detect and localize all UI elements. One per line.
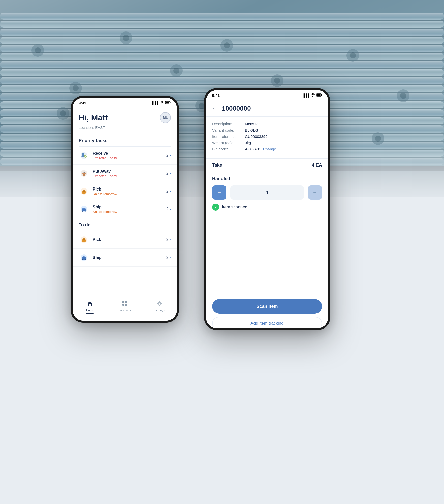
quantity-decrease-button[interactable]: −: [212, 185, 226, 200]
location-text: Location: EAST: [79, 125, 171, 130]
weight-label: Weight (ea):: [212, 141, 245, 145]
status-icons-left: ▐▐▐: [151, 101, 171, 105]
ship-todo-count: 2 ›: [166, 255, 171, 260]
ship-todo-info: Ship: [93, 255, 166, 260]
weight-value: 3kg: [245, 141, 251, 145]
ship-count: 2 ›: [166, 207, 171, 211]
svg-point-47: [224, 42, 230, 48]
svg-point-59: [199, 103, 205, 109]
quantity-increase-button[interactable]: +: [308, 185, 322, 200]
svg-rect-68: [166, 102, 169, 104]
item-details: Description: Mens tee Variant code: BLK/…: [206, 117, 328, 158]
bin-change-link[interactable]: Change: [263, 147, 276, 151]
signal-icon: ▐▐▐: [151, 101, 158, 105]
nav-home-label: Home: [86, 309, 93, 312]
svg-point-70: [82, 153, 84, 155]
svg-point-84: [85, 211, 86, 212]
svg-rect-7: [0, 61, 444, 68]
nav-home-underline: [86, 313, 94, 314]
task-pick-todo[interactable]: Pick 2 ›: [73, 231, 177, 249]
home-header: Hi, Matt ML Location: EAST: [73, 107, 177, 134]
svg-point-53: [400, 93, 406, 99]
svg-point-49: [274, 78, 280, 84]
handled-section: Handled − 1 + ✓ Item scanned: [206, 172, 328, 215]
description-row: Description: Mens tee: [212, 122, 322, 126]
wifi-icon: [160, 101, 164, 105]
ship-todo-icon: [79, 252, 89, 263]
svg-point-51: [350, 52, 356, 58]
nav-settings[interactable]: Settings: [142, 301, 177, 312]
status-bar-right: 9:41 ▐▐▐: [206, 90, 328, 100]
putaway-info: Put Away Expected: Today: [93, 169, 166, 178]
scanned-status: ✓ Item scanned: [212, 204, 322, 211]
variant-value: BLK/LG: [245, 128, 258, 132]
item-number: 10000000: [222, 105, 251, 112]
functions-nav-icon: [122, 301, 128, 308]
nav-functions[interactable]: Functions: [107, 301, 142, 312]
add-tracking-button[interactable]: Add item tracking: [212, 317, 322, 330]
svg-point-98: [159, 303, 160, 304]
nav-home[interactable]: Home: [73, 301, 107, 314]
pick-todo-chevron: ›: [170, 237, 171, 242]
quantity-row: − 1 +: [212, 185, 322, 200]
nav-settings-label: Settings: [154, 309, 165, 312]
status-time-left: 9:41: [79, 101, 86, 105]
pick-icon: [79, 186, 89, 197]
pick-todo-info: Pick: [93, 237, 166, 242]
pick-todo-count: 2 ›: [166, 237, 171, 242]
pick-chevron: ›: [170, 189, 171, 194]
bin-row: Bin code: A-01-A01 Change: [212, 147, 322, 151]
svg-rect-88: [83, 238, 85, 239]
bin-label: Bin code:: [212, 147, 245, 151]
take-label: Take: [212, 163, 222, 168]
scan-item-button[interactable]: Scan item: [212, 299, 322, 314]
task-ship-todo[interactable]: Ship 2 ›: [73, 249, 177, 267]
svg-rect-94: [122, 301, 124, 303]
svg-rect-26: [0, 68, 444, 69]
task-pick[interactable]: Pick Ships: Tomorrow 2 ›: [73, 182, 177, 200]
receive-chevron: ›: [170, 153, 171, 158]
ship-info: Ship Ships: Tomorrow: [93, 205, 166, 214]
variant-row: Variant code: BLK/LG: [212, 128, 322, 132]
avatar[interactable]: ML: [160, 112, 171, 123]
back-button[interactable]: ←: [212, 105, 218, 112]
bin-value: A-01-A01: [245, 147, 261, 151]
status-icons-right: ▐▐▐: [302, 93, 322, 97]
svg-rect-22: [0, 36, 444, 37]
settings-nav-icon: [157, 301, 162, 308]
greeting-text: Hi, Matt: [79, 113, 108, 122]
task-ship[interactable]: Ship Ships: Tomorrow 2 ›: [73, 200, 177, 218]
ship-icon: [79, 204, 89, 214]
receive-info: Receive Expected: Today: [93, 151, 166, 160]
svg-point-83: [82, 211, 83, 212]
description-label: Description:: [212, 122, 245, 126]
svg-rect-27: [0, 76, 444, 77]
pick-info: Pick Ships: Tomorrow: [93, 187, 166, 196]
svg-point-39: [35, 47, 41, 53]
handled-label: Handled: [212, 176, 322, 181]
status-time-right: 9:41: [212, 93, 220, 98]
task-putaway[interactable]: Put Away Expected: Today 2 ›: [73, 165, 177, 182]
pick-todo-icon: [79, 234, 89, 245]
svg-rect-6: [0, 53, 444, 60]
svg-rect-95: [125, 301, 127, 303]
ship-todo-chevron: ›: [170, 255, 171, 260]
description-value: Mens tee: [245, 122, 261, 126]
todo-section-title: To do: [73, 218, 177, 231]
pick-count: 2 ›: [166, 189, 171, 194]
receive-count: 2 ›: [166, 153, 171, 158]
svg-point-92: [82, 259, 83, 260]
receive-icon: [79, 150, 89, 161]
svg-rect-100: [317, 94, 321, 96]
task-receive[interactable]: Receive Expected: Today 2 ›: [73, 147, 177, 165]
svg-point-43: [123, 35, 129, 41]
svg-rect-1: [0, 13, 444, 20]
battery-icon-right: [316, 93, 322, 97]
check-icon: ✓: [212, 204, 219, 211]
wifi-icon-right: [311, 93, 315, 97]
svg-point-63: [375, 136, 381, 142]
svg-rect-20: [0, 20, 444, 21]
take-row: Take 4 EA: [206, 158, 328, 172]
svg-rect-3: [0, 29, 444, 36]
svg-rect-96: [122, 304, 124, 306]
